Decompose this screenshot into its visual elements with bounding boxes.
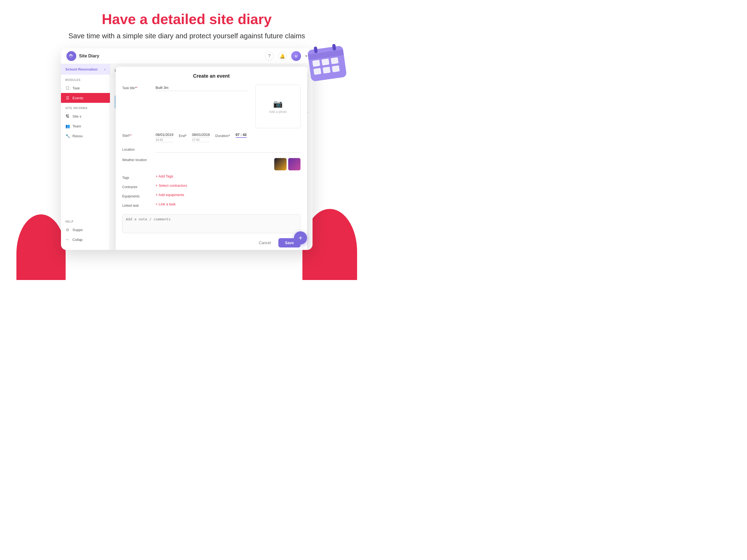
- sidebar-project[interactable]: School Renovation ›: [61, 64, 110, 75]
- duration-value[interactable]: 07 : 42: [236, 132, 247, 138]
- end-date-field: 08/01/2019 17:42: [192, 132, 210, 142]
- create-event-modal: Create an event Task title* Built 3m 📷 A…: [115, 67, 307, 250]
- thumb-1: [274, 158, 287, 170]
- sidebar-item-task[interactable]: ☐ Task: [61, 83, 110, 93]
- contractor-add[interactable]: + Select contractors: [156, 183, 187, 187]
- decorative-left: [17, 214, 66, 280]
- end-label: End*: [179, 132, 186, 142]
- contractor-row: Contractor + Select contractors: [122, 183, 301, 189]
- start-date-field: 08/01/2019 10:42: [156, 132, 173, 142]
- task-label: Task: [73, 86, 80, 90]
- svg-rect-4: [312, 60, 320, 67]
- page-header: Have a detailed site diary Save time wit…: [0, 0, 374, 46]
- photo-upload-area[interactable]: 📷 Add a photo: [255, 84, 301, 128]
- sidebar-item-collapse[interactable]: ← Collap: [61, 235, 110, 245]
- help-button[interactable]: ?: [265, 52, 274, 60]
- task-title-row: Task title* Built 3m 📷 Add a photo: [122, 84, 301, 128]
- project-name: School Renovation: [66, 67, 98, 71]
- task-icon: ☐: [66, 86, 70, 90]
- weather-row: Weather location: [122, 156, 301, 170]
- project-chevron: ›: [104, 67, 106, 71]
- linked-task-add[interactable]: + Link a task: [156, 202, 176, 206]
- sidebar-item-team[interactable]: 👥 Team: [61, 121, 110, 131]
- sidebar-bottom: HELP ⊙ Suppo ← Collap: [61, 216, 110, 250]
- content-area: Events ▦ Filter ▾ nages Total 3 entries: [110, 64, 312, 250]
- brand-name: Site Diary: [79, 54, 99, 58]
- support-icon: ⊙: [66, 228, 70, 232]
- help-icon: ?: [268, 54, 271, 58]
- svg-rect-5: [321, 58, 330, 65]
- svg-rect-7: [313, 68, 321, 75]
- collapse-icon: ←: [66, 237, 70, 242]
- modal-overlay: Create an event Task title* Built 3m 📷 A…: [110, 64, 312, 250]
- tags-label: Tags: [122, 174, 152, 180]
- thumb-2: [288, 158, 301, 170]
- weather-value: [156, 156, 301, 170]
- app-container: ⛑ Site Diary ? 🔔 U ▾ School Renovation ›: [61, 48, 312, 250]
- calendar-icon-wrapper: [305, 41, 349, 85]
- duration-field: 07 : 42: [236, 132, 247, 142]
- site-info-section: SITE INFORMA: [61, 103, 110, 111]
- sidebar-item-events[interactable]: ☰ Events: [61, 93, 110, 103]
- linked-task-row: Linked task + Link a task: [122, 202, 301, 207]
- page-subtitle: Save time with a simple site diary and p…: [5, 32, 368, 40]
- date-group: 08/01/2019 10:42 End* 08/01/2019 17:42 D…: [156, 132, 301, 142]
- photo-add-label: Add a photo: [269, 110, 287, 114]
- task-title-label: Task title*: [122, 84, 152, 90]
- plus-icon: +: [299, 234, 302, 242]
- resources-label: Resou: [73, 134, 83, 138]
- location-row: Location: [122, 146, 301, 153]
- end-time[interactable]: 17:42: [192, 137, 210, 142]
- team-icon: 👥: [66, 124, 70, 128]
- location-input[interactable]: [156, 146, 301, 153]
- modal-footer: Cancel Save: [122, 238, 301, 248]
- svg-rect-8: [323, 67, 331, 74]
- start-label: Start*: [122, 132, 152, 137]
- support-label: Suppo: [73, 228, 83, 232]
- tags-row: Tags + Add Tags: [122, 174, 301, 180]
- equipments-row: Equipments + Add equipments: [122, 193, 301, 198]
- sidebar-item-sites[interactable]: 🏗 Site s: [61, 111, 110, 121]
- tags-add[interactable]: + Add Tags: [156, 174, 173, 178]
- notes-input[interactable]: [122, 214, 301, 233]
- notification-button[interactable]: 🔔: [278, 52, 287, 60]
- start-time[interactable]: 10:42: [156, 137, 173, 142]
- equipments-add[interactable]: + Add equipments: [156, 193, 184, 197]
- linked-task-label: Linked task: [122, 202, 152, 207]
- svg-rect-9: [332, 65, 340, 72]
- task-title-value[interactable]: Built 3m: [156, 84, 248, 91]
- end-date[interactable]: 08/01/2019: [192, 132, 210, 137]
- top-bar-actions: ? 🔔 U ▾: [265, 51, 307, 61]
- sidebar: School Renovation › MODULES ☐ Task ☰ Eve…: [61, 64, 110, 250]
- sites-icon: 🏗: [66, 114, 70, 119]
- sidebar-item-support[interactable]: ⊙ Suppo: [61, 225, 110, 235]
- svg-rect-6: [331, 57, 338, 64]
- sidebar-item-resources[interactable]: 🔧 Resou: [61, 131, 110, 141]
- equipments-label: Equipments: [122, 193, 152, 198]
- calendar-icon: [305, 41, 349, 84]
- brand-icon: ⛑: [67, 51, 76, 61]
- modules-section: MODULES: [61, 75, 110, 83]
- duration-label: Duration*: [215, 132, 230, 142]
- start-date[interactable]: 08/01/2019: [156, 132, 173, 137]
- helmet-icon: ⛑: [69, 54, 74, 58]
- avatar[interactable]: U: [291, 51, 301, 61]
- modal-title: Create an event: [122, 73, 301, 79]
- collapse-label: Collap: [73, 238, 83, 242]
- cancel-button[interactable]: Cancel: [255, 238, 275, 248]
- contractor-label: Contractor: [122, 183, 152, 189]
- events-icon: ☰: [66, 96, 70, 100]
- resources-icon: 🔧: [66, 134, 70, 138]
- avatar-initial: U: [295, 54, 298, 58]
- page-title: Have a detailed site diary: [5, 11, 368, 27]
- main-layout: School Renovation › MODULES ☐ Task ☰ Eve…: [61, 64, 312, 250]
- photo-thumbs: [156, 158, 301, 170]
- team-label: Team: [73, 124, 81, 128]
- camera-icon: 📷: [273, 99, 283, 108]
- fab-button[interactable]: +: [294, 231, 307, 245]
- sites-label: Site s: [73, 114, 81, 119]
- events-label: Events: [73, 96, 83, 100]
- bell-icon: 🔔: [280, 54, 285, 59]
- top-bar: ⛑ Site Diary ? 🔔 U ▾: [61, 48, 312, 64]
- help-section: HELP: [61, 216, 110, 225]
